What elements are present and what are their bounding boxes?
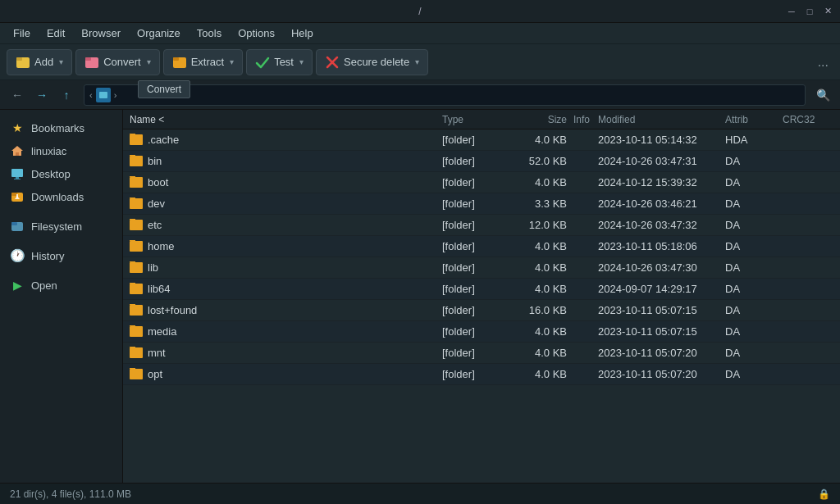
menu-browser[interactable]: Browser — [75, 25, 127, 41]
folder-icon — [130, 284, 143, 294]
file-modified-cell: 2023-10-11 05:14:32 — [595, 134, 722, 146]
menu-help[interactable]: Help — [285, 25, 320, 41]
file-name-cell: etc — [126, 219, 439, 231]
sidebar-item-filesystem[interactable]: Filesystem — [0, 215, 122, 238]
table-row[interactable]: dev [folder] 3.3 KB 2024-10-26 03:46:21 … — [123, 193, 840, 215]
extract-button[interactable]: Extract ▾ — [163, 49, 243, 75]
sidebar-item-desktop[interactable]: Desktop — [0, 162, 122, 185]
file-attrib-cell: DA — [722, 368, 779, 380]
folder-icon — [130, 156, 143, 166]
more-options-button[interactable]: ... — [813, 55, 833, 70]
convert-button[interactable]: Convert ▾ — [75, 49, 160, 75]
path-bar[interactable]: ‹ › — [84, 84, 806, 106]
folder-icon — [130, 369, 143, 379]
folder-icon — [130, 305, 143, 316]
path-item[interactable] — [96, 88, 111, 102]
add-label: Add — [34, 56, 53, 68]
path-chevron-right: › — [114, 90, 117, 100]
file-name-cell: lost+found — [126, 304, 439, 316]
file-attrib-cell: DA — [722, 283, 779, 295]
bookmarks-label: Bookmarks — [31, 122, 84, 134]
desktop-icon — [10, 166, 25, 181]
extract-label: Extract — [191, 56, 224, 68]
sidebar-item-linuxiac[interactable]: linuxiac — [0, 139, 122, 162]
file-name-cell: home — [126, 240, 439, 252]
table-row[interactable]: bin [folder] 52.0 KB 2024-10-26 03:47:31… — [123, 151, 840, 172]
file-type-cell: [folder] — [439, 261, 513, 274]
menu-tools[interactable]: Tools — [190, 25, 228, 41]
menu-organize[interactable]: Organize — [130, 25, 187, 41]
file-modified-cell: 2024-10-26 03:47:31 — [595, 155, 722, 167]
file-attrib-cell: DA — [722, 325, 779, 338]
file-modified-cell: 2024-10-26 03:47:32 — [595, 219, 722, 231]
add-button[interactable]: Add ▾ — [7, 49, 72, 75]
secure-delete-button[interactable]: Secure delete ▾ — [316, 49, 428, 75]
col-header-modified[interactable]: Modified — [595, 114, 722, 125]
table-row[interactable]: home [folder] 4.0 KB 2023-10-11 05:18:06… — [123, 236, 840, 257]
folder-icon — [130, 177, 143, 188]
history-icon: 🕐 — [10, 248, 25, 263]
col-header-size[interactable]: Size — [513, 114, 570, 125]
file-name-cell: boot — [126, 176, 439, 188]
add-dropdown-arrow[interactable]: ▾ — [59, 57, 63, 66]
table-row[interactable]: lib64 [folder] 4.0 KB 2024-09-07 14:29:1… — [123, 279, 840, 300]
table-row[interactable]: etc [folder] 12.0 KB 2024-10-26 03:47:32… — [123, 215, 840, 236]
table-row[interactable]: lib [folder] 4.0 KB 2024-10-26 03:47:30 … — [123, 257, 840, 279]
extract-dropdown-arrow[interactable]: ▾ — [230, 57, 234, 66]
file-name-cell: lib — [126, 261, 439, 274]
minimize-button[interactable]: ─ — [786, 6, 797, 17]
menu-options[interactable]: Options — [231, 25, 281, 41]
col-header-type[interactable]: Type — [439, 114, 513, 125]
sidebar-item-history[interactable]: 🕐 History — [0, 244, 122, 267]
svg-rect-10 — [16, 152, 19, 156]
svg-rect-3 — [85, 57, 91, 61]
filesystem-icon — [10, 219, 25, 234]
table-row[interactable]: media [folder] 4.0 KB 2023-10-11 05:07:1… — [123, 321, 840, 343]
folder-icon — [130, 134, 143, 145]
extract-icon — [172, 55, 187, 70]
file-modified-cell: 2024-09-07 14:29:17 — [595, 283, 722, 295]
test-label: Test — [274, 56, 294, 68]
search-button[interactable]: 🔍 — [812, 84, 833, 106]
status-bar: 21 dir(s), 4 file(s), 111.0 MB 🔒 — [0, 483, 840, 504]
col-header-info[interactable]: Info — [570, 114, 595, 125]
col-header-attrib[interactable]: Attrib — [722, 114, 779, 125]
sidebar: ★ Bookmarks linuxiac Desktop — [0, 110, 123, 483]
back-button[interactable]: ← — [7, 84, 28, 106]
table-row[interactable]: boot [folder] 4.0 KB 2024-10-12 15:39:32… — [123, 172, 840, 193]
table-row[interactable]: mnt [folder] 4.0 KB 2023-10-11 05:07:20 … — [123, 343, 840, 364]
path-chevron-left: ‹ — [89, 90, 93, 100]
window-controls[interactable]: ─ □ ✕ — [786, 6, 833, 17]
up-button[interactable]: ↑ — [56, 84, 77, 106]
file-attrib-cell: DA — [722, 261, 779, 274]
col-header-crc32[interactable]: CRC32 — [779, 114, 837, 125]
secure-delete-dropdown-arrow[interactable]: ▾ — [415, 57, 419, 66]
file-size-cell: 4.0 KB — [513, 176, 570, 188]
test-button[interactable]: Test ▾ — [246, 49, 313, 75]
file-list[interactable]: .cache [folder] 4.0 KB 2023-10-11 05:14:… — [123, 129, 840, 483]
table-row[interactable]: opt [folder] 4.0 KB 2023-10-11 05:07:20 … — [123, 364, 840, 385]
menu-file[interactable]: File — [7, 25, 37, 41]
convert-dropdown-arrow[interactable]: ▾ — [147, 57, 151, 66]
file-type-cell: [folder] — [439, 134, 513, 146]
file-type-cell: [folder] — [439, 283, 513, 295]
file-size-cell: 4.0 KB — [513, 261, 570, 274]
file-size-cell: 16.0 KB — [513, 304, 570, 316]
menu-edit[interactable]: Edit — [40, 25, 71, 41]
sidebar-item-downloads[interactable]: Downloads — [0, 185, 122, 208]
file-type-cell: [folder] — [439, 240, 513, 252]
table-row[interactable]: lost+found [folder] 16.0 KB 2023-10-11 0… — [123, 300, 840, 321]
file-attrib-cell: DA — [722, 155, 779, 167]
folder-icon — [130, 326, 143, 337]
file-type-cell: [folder] — [439, 304, 513, 316]
folder-icon — [130, 347, 143, 358]
test-dropdown-arrow[interactable]: ▾ — [299, 57, 304, 66]
sidebar-item-open[interactable]: ▶ Open — [0, 274, 122, 297]
close-button[interactable]: ✕ — [822, 6, 833, 17]
svg-rect-12 — [16, 177, 19, 179]
forward-button[interactable]: → — [31, 84, 52, 106]
col-header-name[interactable]: Name < — [126, 114, 439, 125]
table-row[interactable]: .cache [folder] 4.0 KB 2023-10-11 05:14:… — [123, 129, 840, 151]
file-size-cell: 12.0 KB — [513, 219, 570, 231]
maximize-button[interactable]: □ — [804, 6, 815, 17]
